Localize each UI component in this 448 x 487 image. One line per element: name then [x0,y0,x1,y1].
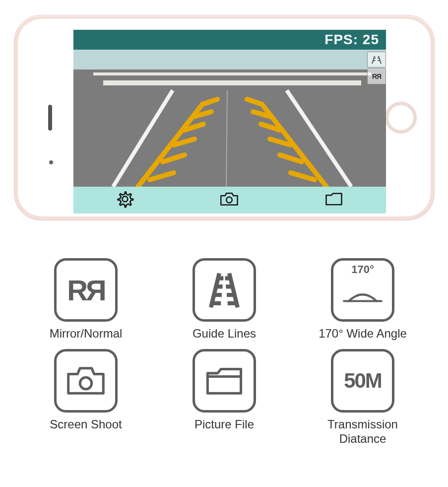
overlay-toggles: RЯ [367,52,386,84]
feature-label: 170° Wide Angle [319,327,407,341]
svg-rect-2 [93,72,371,75]
mirror-normal-icon: RЯ [54,258,118,322]
wide-angle-icon: 170° [331,258,394,322]
svg-rect-0 [73,50,386,70]
mirror-toggle-icon[interactable]: RЯ [367,69,386,84]
feature-grid: RЯ Mirror/Normal Guide Lines 170° 170° W… [29,258,420,454]
gear-icon[interactable] [116,190,134,210]
feature-guide-lines: Guide Lines [167,258,281,341]
feature-label: Guide Lines [192,327,256,341]
camera-icon[interactable] [219,191,239,209]
feature-label: Mirror/Normal [50,327,123,341]
svg-point-6 [80,377,92,389]
feature-wide-angle: 170° 170° Wide Angle [306,258,420,341]
feature-transmission: 50M Transmission Diatance [306,349,420,446]
app-screen: FPS: 25 [73,30,386,213]
guide-lines-toggle-icon[interactable] [367,52,386,68]
feature-picture-file: Picture File [167,349,281,446]
picture-file-icon [192,349,256,413]
svg-point-5 [226,197,232,203]
svg-point-4 [123,197,128,202]
feature-screen-shoot: Screen Shoot [29,349,143,446]
home-button[interactable] [385,102,417,134]
svg-rect-3 [103,80,361,85]
screen-shoot-icon [54,349,118,413]
feature-label: Transmission Diatance [306,417,420,446]
feature-mirror-normal: RЯ Mirror/Normal [29,258,143,341]
fps-label: FPS: 25 [324,32,379,48]
feature-label: Screen Shoot [50,417,122,432]
phone-front-camera [49,160,53,164]
phone-frame: FPS: 25 [14,15,435,220]
phone-inner: FPS: 25 [18,19,431,216]
feature-label: Picture File [194,417,254,432]
phone-speaker [48,105,52,131]
toolbar [73,187,386,213]
folder-icon[interactable] [324,191,343,209]
transmission-distance-icon: 50M [331,349,394,413]
guide-lines-icon [192,258,256,322]
camera-feed [73,50,386,187]
